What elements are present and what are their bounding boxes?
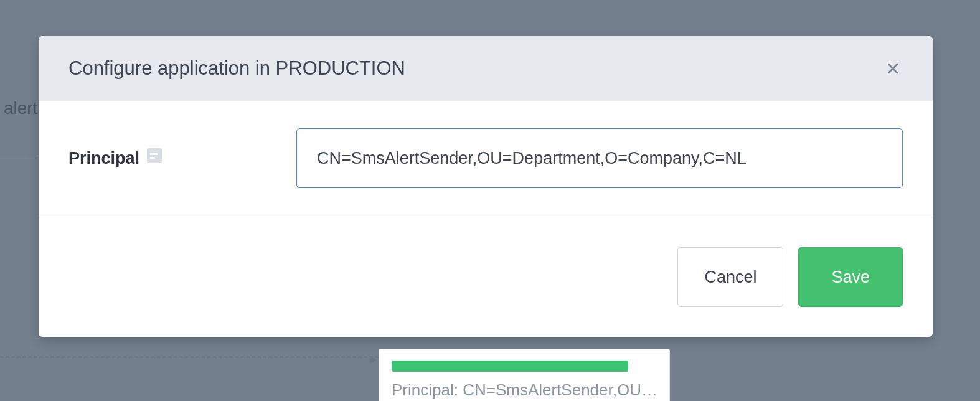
configure-application-modal: Configure application in PRODUCTION Prin…: [39, 36, 933, 337]
close-icon: [885, 61, 900, 76]
background-principal-text: Principal: CN=SmsAlertSender,OU…: [392, 380, 657, 400]
save-button[interactable]: Save: [798, 247, 903, 307]
modal-title: Configure application in PRODUCTION: [68, 57, 405, 80]
background-divider: [0, 156, 39, 156]
principal-label-wrap: Principal: [68, 149, 296, 168]
background-status-bar: [392, 361, 628, 372]
modal-footer: Cancel Save: [39, 217, 933, 337]
background-card: Principal: CN=SmsAlertSender,OU…: [379, 349, 670, 401]
cancel-button[interactable]: Cancel: [677, 247, 783, 307]
modal-body: Principal: [39, 101, 933, 217]
text-field-icon: [147, 148, 162, 163]
background-text-fragment: alert: [0, 98, 37, 118]
principal-input[interactable]: [296, 128, 903, 188]
close-button[interactable]: [883, 59, 903, 78]
principal-label: Principal: [68, 149, 139, 168]
arrow-right-icon: ▸: [370, 350, 377, 367]
background-dashed-line: [0, 356, 379, 358]
modal-header: Configure application in PRODUCTION: [39, 36, 933, 101]
